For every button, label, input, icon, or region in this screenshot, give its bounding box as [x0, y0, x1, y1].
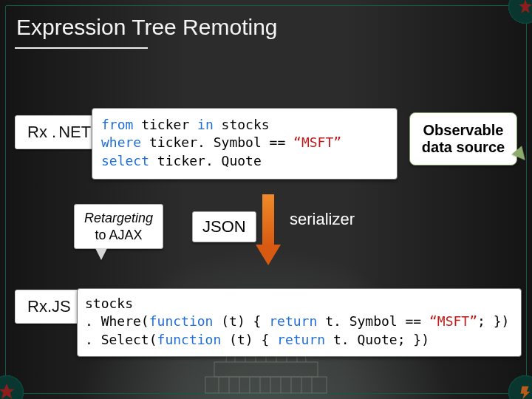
observable-callout-line1: Observable — [419, 122, 508, 139]
callout-pointer-icon — [511, 146, 530, 164]
retargeting-line2: to AJAX — [84, 227, 153, 244]
callout-pointer-icon — [95, 248, 107, 260]
observable-callout: Observable data source — [409, 112, 517, 166]
title-underline — [15, 47, 148, 49]
json-label: JSON — [192, 211, 256, 242]
linq-code-block: from ticker in stocks where ticker. Symb… — [92, 108, 398, 180]
retargeting-line1: Retargeting — [84, 210, 153, 227]
observable-callout-line2: data source — [419, 139, 508, 156]
svg-rect-1 — [205, 377, 327, 393]
corner-ornament-bottom-right-icon — [505, 372, 532, 399]
serializer-label: serializer — [290, 210, 355, 229]
corner-ornament-bottom-left-icon — [0, 372, 27, 399]
slide-title: Expression Tree Remoting — [16, 15, 278, 40]
svg-rect-0 — [214, 362, 318, 377]
rx-net-label: Rx . NET — [15, 115, 103, 149]
retargeting-callout: Retargeting to AJAX — [74, 204, 163, 249]
down-arrow-icon — [257, 194, 279, 276]
rx-js-label: Rx.JS — [15, 290, 83, 324]
corner-ornament-top-right-icon — [505, 0, 532, 27]
rxjs-code-block: stocks . Where(function (t) { return t. … — [77, 288, 522, 357]
slide-frame: Expression Tree Remoting Rx . NET from t… — [5, 5, 527, 394]
